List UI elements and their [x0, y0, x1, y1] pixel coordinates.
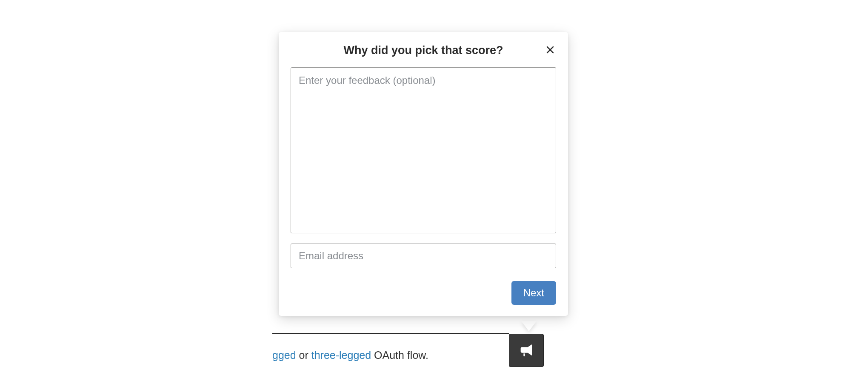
popover-title: Why did you pick that score?	[343, 44, 503, 57]
text-or: or	[296, 349, 311, 361]
megaphone-icon	[518, 341, 535, 360]
background-text-fragment: gged or three-legged OAuth flow.	[272, 349, 428, 361]
feedback-popover: Why did you pick that score? Next	[279, 32, 568, 316]
next-button[interactable]: Next	[511, 281, 556, 305]
popover-arrow	[521, 321, 537, 331]
divider-line	[272, 333, 509, 334]
feedback-trigger-button[interactable]	[509, 334, 544, 367]
close-icon	[545, 45, 555, 56]
popover-header: Why did you pick that score?	[291, 44, 556, 57]
email-field[interactable]	[291, 244, 556, 268]
link-three-legged[interactable]: three-legged	[311, 349, 371, 361]
popover-footer: Next	[291, 281, 556, 305]
text-oauth-flow: OAuth flow.	[371, 349, 428, 361]
close-button[interactable]	[544, 45, 556, 57]
link-fragment-gged[interactable]: gged	[272, 349, 296, 361]
feedback-textarea[interactable]	[291, 67, 556, 233]
